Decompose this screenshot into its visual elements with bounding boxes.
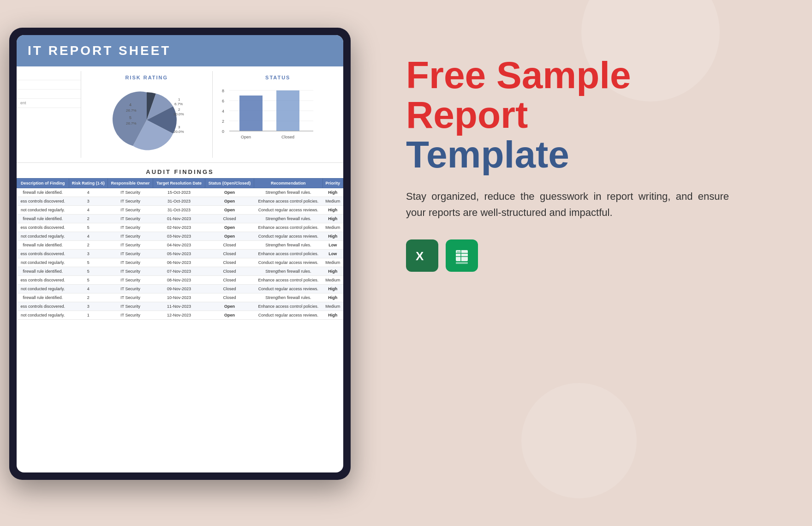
col-risk: Risk Rating (1-5) [69,179,107,188]
cell-owner: IT Security [107,223,153,232]
pie-chart-svg: 5 26.7% 4 26.7% 1 6.7% 2 20.0% 3 20.0% [101,83,193,152]
table-row: ess controls discovered. 5 IT Security 0… [17,276,343,285]
cell-priority: High [322,267,343,276]
bg-decoration-2 [521,383,637,498]
chart-area: RISK RATING [81,71,343,158]
cell-priority: High [322,188,343,197]
cell-date: 04-Nov-2023 [153,241,205,250]
cell-owner: IT Security [107,197,153,206]
cell-status: Open [205,206,254,215]
cell-priority: High [322,293,343,302]
tablet-frame: IT REPORT SHEET ent RISK RATING [9,28,351,480]
cell-description: firewall rule identified. [17,241,69,250]
cell-status: Open [205,188,254,197]
cell-priority: Medium [322,197,343,206]
table-row: not conducted regularly. 1 IT Security 1… [17,311,343,320]
svg-rect-20 [239,96,263,131]
table-row: ess controls discovered. 3 IT Security 0… [17,250,343,258]
cell-description: not conducted regularly. [17,258,69,267]
cell-date: 12-Nov-2023 [153,311,205,320]
cell-priority: Medium [322,258,343,267]
headline: Free Sample Report Template [406,55,784,174]
cell-risk: 5 [69,258,107,267]
cell-date: 06-Nov-2023 [153,258,205,267]
col-description: Description of Finding [17,179,69,188]
cell-date: 01-Nov-2023 [153,215,205,223]
cell-owner: IT Security [107,250,153,258]
cell-owner: IT Security [107,206,153,215]
cell-priority: Medium [322,223,343,232]
table-row: ess controls discovered. 3 IT Security 1… [17,302,343,311]
cell-owner: IT Security [107,241,153,250]
cell-status: Open [205,223,254,232]
sheet-header: IT REPORT SHEET [17,35,343,66]
svg-rect-21 [276,90,299,131]
svg-text:1: 1 [178,97,180,102]
cell-status: Open [205,197,254,206]
cell-recommendation: Strengthen firewall rules. [254,241,322,250]
table-row: firewall rule identified. 2 IT Security … [17,293,343,302]
cell-status: Closed [205,285,254,293]
cell-risk: 4 [69,188,107,197]
col-priority: Priority [322,179,343,188]
cell-recommendation: Conduct regular access reviews. [254,206,322,215]
svg-text:4: 4 [222,109,224,114]
table-row: not conducted regularly. 5 IT Security 0… [17,258,343,267]
svg-text:4: 4 [129,102,131,107]
svg-text:8: 8 [222,89,224,93]
cell-recommendation: Strengthen firewall rules. [254,293,322,302]
chart-left-stub: ent [17,71,81,158]
table-row: not conducted regularly. 4 IT Security 0… [17,232,343,241]
col-owner: Responsible Owner [107,179,153,188]
cell-risk: 2 [69,241,107,250]
cell-owner: IT Security [107,258,153,267]
cell-status: Closed [205,267,254,276]
cell-owner: IT Security [107,188,153,197]
cell-owner: IT Security [107,311,153,320]
cell-recommendation: Conduct regular access reviews. [254,258,322,267]
description-text: Stay organized, reduce the guesswork in … [406,188,729,221]
svg-text:6.7%: 6.7% [174,102,183,106]
cell-recommendation: Enhance access control policies. [254,223,322,232]
cell-description: not conducted regularly. [17,311,69,320]
headline-line1: Free Sample [406,55,784,95]
svg-text:3: 3 [178,125,180,129]
cell-owner: IT Security [107,215,153,223]
svg-text:6: 6 [222,99,224,103]
cell-owner: IT Security [107,285,153,293]
cell-description: ess controls discovered. [17,223,69,232]
pie-wrapper: 5 26.7% 4 26.7% 1 6.7% 2 20.0% 3 20.0% [85,83,209,152]
risk-rating-title: RISK RATING [85,75,209,80]
cell-status: Open [205,232,254,241]
cell-priority: High [322,285,343,293]
svg-text:20.0%: 20.0% [173,112,184,116]
cell-priority: High [322,232,343,241]
cell-recommendation: Enhance access control policies. [254,197,322,206]
cell-risk: 3 [69,197,107,206]
table-row: firewall rule identified. 2 IT Security … [17,215,343,223]
col-status: Status (Open/Closed) [205,179,254,188]
cell-status: Closed [205,215,254,223]
col-date: Target Resolution Date [153,179,205,188]
cell-status: Open [205,302,254,311]
table-row: firewall rule identified. 5 IT Security … [17,267,343,276]
svg-text:X: X [416,249,424,263]
cell-owner: IT Security [107,232,153,241]
cell-recommendation: Conduct regular access reviews. [254,285,322,293]
charts-section: ent RISK RATING [17,66,343,163]
cell-description: ess controls discovered. [17,276,69,285]
svg-text:26.7%: 26.7% [126,121,137,126]
pie-chart-area: RISK RATING [81,71,213,158]
cell-risk: 3 [69,302,107,311]
findings-section: AUDIT FINDINGS Description of Finding Ri… [17,163,343,323]
table-row: firewall rule identified. 2 IT Security … [17,241,343,250]
cell-owner: IT Security [107,267,153,276]
cell-description: firewall rule identified. [17,267,69,276]
cell-recommendation: Strengthen firewall rules. [254,267,322,276]
cell-priority: High [322,206,343,215]
cell-priority: Medium [322,276,343,285]
excel-svg: X [412,245,432,266]
cell-date: 02-Nov-2023 [153,223,205,232]
cell-risk: 1 [69,311,107,320]
cell-priority: High [322,215,343,223]
